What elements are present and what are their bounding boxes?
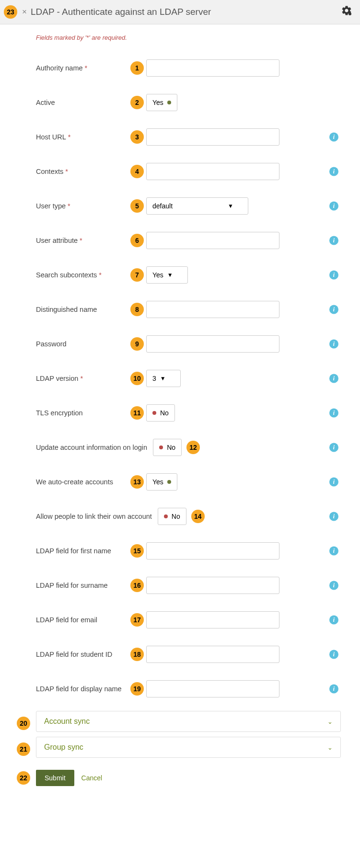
label-surname: LDAP field for surname [36,582,108,589]
info-icon[interactable]: i [329,581,338,590]
badge-16: 16 [130,579,144,592]
info-icon[interactable]: i [329,443,338,452]
info-icon[interactable]: i [329,685,338,694]
row-first-name: LDAP field for first name 15 i [36,534,360,568]
info-icon[interactable]: i [329,271,338,280]
surname-input[interactable] [146,577,279,594]
submit-button[interactable]: Submit [36,770,74,786]
page-header: 23 × LDAP - Authenticate against an LDAP… [0,0,360,24]
label-first-name: LDAP field for first name [36,547,111,555]
search-subcontexts-select[interactable]: Yes▼ [146,266,188,284]
row-ldap-version: LDAP version* 10 3▼ i [36,361,360,396]
info-icon[interactable]: i [329,340,338,349]
label-link-own: Allow people to link their own account [36,513,152,520]
info-icon[interactable]: i [329,616,338,625]
info-icon[interactable]: i [329,478,338,487]
row-display-name: LDAP field for display name 19 i [36,672,360,706]
badge-13: 13 [130,475,144,489]
info-icon[interactable]: i [329,236,338,245]
badge-21: 21 [17,742,30,756]
info-icon[interactable]: i [329,547,338,556]
label-email: LDAP field for email [36,616,97,624]
host-url-input[interactable] [146,128,279,146]
row-auto-create: We auto-create accounts 13 Yes i [36,465,360,499]
info-icon[interactable]: i [329,512,338,521]
contexts-input[interactable] [146,163,279,180]
dot-icon [159,445,163,449]
badge-14: 14 [191,510,205,523]
badge-19: 19 [130,682,144,696]
badge-4: 4 [130,165,144,178]
badge-9: 9 [130,337,144,351]
row-distinguished-name: Distinguished name 8 i [36,292,360,327]
gear-icon[interactable] [341,5,352,19]
row-tls: TLS encryption 11 No i [36,396,360,430]
info-icon[interactable]: i [329,133,338,142]
first-name-input[interactable] [146,542,279,560]
label-distinguished-name: Distinguished name [36,306,97,313]
user-attribute-input[interactable] [146,232,279,249]
row-search-subcontexts: Search subcontexts* 7 Yes▼ i [36,258,360,292]
row-password: Password 9 i [36,327,360,361]
info-icon[interactable]: i [329,202,338,211]
row-link-own: Allow people to link their own account N… [36,499,360,534]
student-id-input[interactable] [146,646,279,663]
accordion-group-sync[interactable]: Group sync ⌄ [36,737,341,758]
dot-icon [167,101,171,104]
badge-10: 10 [130,372,144,385]
update-login-toggle[interactable]: No [153,439,182,456]
info-icon[interactable]: i [329,374,338,383]
row-authority-name: Authority name* 1 [36,51,360,85]
display-name-input[interactable] [146,680,279,697]
tls-toggle[interactable]: No [146,404,175,422]
label-password: Password [36,340,67,348]
label-search-subcontexts: Search subcontexts [36,271,97,279]
cancel-link[interactable]: Cancel [81,774,103,782]
badge-15: 15 [130,544,144,558]
email-input[interactable] [146,611,279,628]
required-note: Fields marked by '*' are required. [36,34,360,41]
active-toggle[interactable]: Yes [146,94,177,111]
row-contexts: Contexts* 4 i [36,154,360,189]
password-input[interactable] [146,335,279,353]
user-type-select[interactable]: default▼ [146,197,248,215]
label-update-login: Update account information on login [36,444,147,451]
chevron-down-icon: ⌄ [327,744,333,751]
info-icon[interactable]: i [329,409,338,418]
badge-1: 1 [130,61,144,75]
badge-20: 20 [17,717,30,730]
distinguished-name-input[interactable] [146,301,279,318]
label-contexts: Contexts [36,168,63,175]
badge-22: 22 [17,771,30,785]
label-host-url: Host URL [36,133,66,141]
badge-5: 5 [130,199,144,213]
label-authority-name: Authority name [36,64,83,72]
badge-17: 17 [130,613,144,627]
info-icon[interactable]: i [329,305,338,314]
link-own-toggle[interactable]: No [158,508,186,525]
authority-name-input[interactable] [146,59,279,77]
row-student-id: LDAP field for student ID 18 i [36,637,360,672]
badge-2: 2 [130,96,144,109]
badge-8: 8 [130,303,144,316]
label-active: Active [36,99,55,106]
row-email: LDAP field for email 17 i [36,603,360,637]
ldap-version-select[interactable]: 3▼ [146,370,181,387]
close-icon[interactable]: × [22,7,27,17]
badge-12: 12 [186,441,200,454]
info-icon[interactable]: i [329,167,338,176]
row-update-login: Update account information on login No12… [36,430,360,465]
label-display-name: LDAP field for display name [36,685,122,693]
row-user-type: User type* 5 default▼ i [36,189,360,223]
info-icon[interactable]: i [329,650,338,659]
accordion-account-sync[interactable]: Account sync ⌄ [36,711,341,732]
auto-create-toggle[interactable]: Yes [146,473,177,491]
badge-7: 7 [130,268,144,282]
row-active: Active 2 Yes [36,85,360,120]
label-user-type: User type [36,202,66,210]
label-user-attribute: User attribute [36,237,78,244]
row-user-attribute: User attribute* 6 i [36,223,360,258]
label-ldap-version: LDAP version [36,375,78,382]
chevron-down-icon: ⌄ [327,718,333,725]
page-title: LDAP - Authenticate against an LDAP serv… [31,7,211,17]
